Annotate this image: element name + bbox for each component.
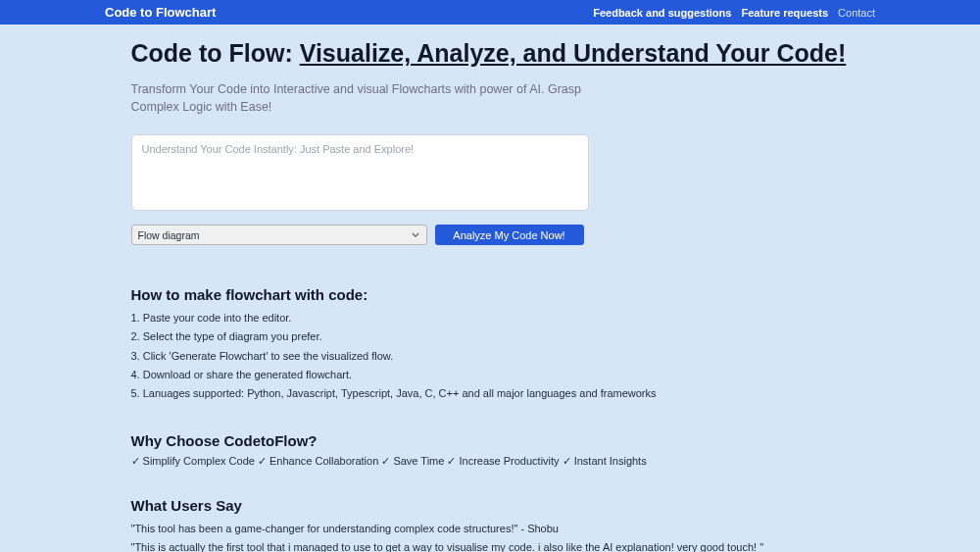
how-steps: 1. Paste your code into the editor. 2. S… [131,309,850,403]
how-step: 2. Select the type of diagram you prefer… [131,327,850,346]
why-text: ✓ Simplify Complex Code ✓ Enhance Collab… [131,455,850,468]
analyze-button[interactable]: Analyze My Code Now! [435,225,584,245]
testimonial: "This is actually the first tool that i … [131,538,850,552]
nav-contact[interactable]: Contact [838,7,875,19]
why-section: Why Choose CodetoFlow? ✓ Simplify Comple… [131,432,850,468]
chevron-down-icon [411,230,420,240]
main-content: Code to Flow: Visualize, Analyze, and Un… [131,25,850,552]
users-title: What Users Say [131,497,850,514]
testimonial: "This tool has been a game-changer for u… [131,520,850,538]
controls-row: Flow diagram Analyze My Code Now! [131,225,850,245]
nav-feedback[interactable]: Feedback and suggestions [593,7,731,19]
how-section: How to make flowchart with code: 1. Past… [131,286,850,403]
diagram-type-select[interactable]: Flow diagram [131,225,427,245]
how-step: 5. Lanuages supported: Python, Javascrip… [131,384,850,403]
select-value: Flow diagram [138,229,200,241]
brand-title[interactable]: Code to Flowchart [105,5,216,20]
why-title: Why Choose CodetoFlow? [131,432,850,449]
nav-links: Feedback and suggestions Feature request… [593,7,875,19]
how-step: 1. Paste your code into the editor. [131,309,850,327]
users-section: What Users Say "This tool has been a gam… [131,497,850,552]
subtitle: Transform Your Code into Interactive and… [131,80,582,118]
how-step: 3. Click 'Generate Flowchart' to see the… [131,347,850,366]
title-underlined: Visualize, Analyze, and Understand Your … [300,39,847,67]
page-title: Code to Flow: Visualize, Analyze, and Un… [131,38,850,69]
how-step: 4. Download or share the generated flowc… [131,366,850,384]
code-input[interactable] [131,134,589,211]
title-prefix: Code to Flow: [131,39,300,67]
top-header: Code to Flowchart Feedback and suggestio… [0,0,980,25]
how-title: How to make flowchart with code: [131,286,850,303]
nav-feature-requests[interactable]: Feature requests [741,7,828,19]
